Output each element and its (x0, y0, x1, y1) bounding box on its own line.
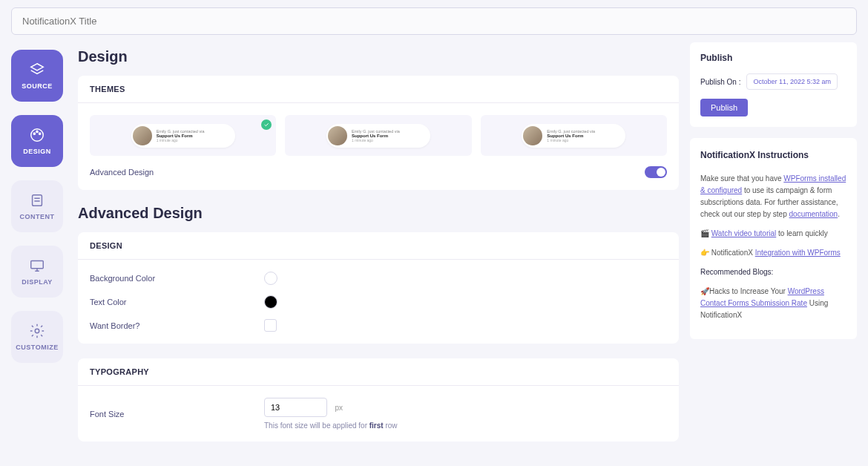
svg-point-6 (35, 329, 39, 333)
design-settings-card: DESIGN Background Color Text Color Want … (78, 232, 679, 344)
publish-button[interactable]: Publish (700, 99, 748, 116)
instructions-p5: 🚀Hacks to Increase Your WordPress Contac… (700, 286, 846, 321)
video-tutorial-link[interactable]: Watch video tutorial (711, 229, 776, 237)
font-size-unit: px (335, 404, 343, 412)
svg-point-2 (36, 131, 38, 132)
theme-option-1[interactable]: Emily G. just contacted via Support Us F… (90, 115, 276, 156)
avatar (133, 126, 152, 145)
step-design[interactable]: DESIGN (11, 115, 63, 167)
step-label: DESIGN (23, 148, 51, 155)
avatar (523, 126, 542, 145)
instructions-p1: Make sure that you have WPForms installe… (700, 173, 846, 220)
document-icon (29, 192, 45, 209)
font-size-hint: This font size will be applied for first… (264, 421, 398, 430)
publish-date-picker[interactable]: October 11, 2022 5:32 am (746, 73, 838, 90)
step-label: CUSTOMIZE (16, 344, 58, 351)
palette-icon (29, 127, 45, 143)
instructions-p2: 🎬 Watch video tutorial to learn quickly (700, 228, 846, 240)
publish-panel: Publish Publish On : October 11, 2022 5:… (690, 42, 857, 127)
theme-option-3[interactable]: Emily G. just contacted via Support Us F… (481, 115, 667, 156)
step-source[interactable]: SOURCE (11, 50, 63, 102)
bg-color-label: Background Color (90, 274, 264, 283)
wizard-steps: SOURCE DESIGN CONTENT DISPLAY CUSTOMIZE (11, 42, 63, 456)
instructions-title: NotificationX Instructions (700, 148, 846, 163)
svg-rect-5 (31, 261, 44, 269)
step-label: CONTENT (20, 213, 55, 220)
step-label: DISPLAY (22, 278, 53, 286)
selected-check-icon (261, 119, 272, 130)
step-content[interactable]: CONTENT (11, 180, 63, 232)
publish-on-label: Publish On : (700, 78, 740, 86)
instructions-panel: NotificationX Instructions Make sure tha… (690, 138, 857, 339)
theme-option-2[interactable]: Emily G. just contacted via Support Us F… (285, 115, 471, 156)
advanced-design-toggle[interactable] (645, 166, 667, 178)
typography-card: TYPOGRAPHY Font Size px This font size w… (78, 358, 679, 442)
step-display[interactable]: DISPLAY (11, 246, 63, 298)
want-border-checkbox[interactable] (264, 319, 277, 332)
bg-color-swatch[interactable] (264, 272, 277, 285)
gear-icon (29, 323, 45, 339)
documentation-link[interactable]: documentation (789, 210, 838, 218)
themes-section-title: THEMES (78, 76, 679, 103)
theme-preview: Emily G. just contacted via Support Us F… (131, 124, 235, 148)
theme-preview: Emily G. just contacted via Support Us F… (326, 124, 430, 148)
theme-preview: Emily G. just contacted via Support Us F… (522, 124, 625, 148)
step-customize[interactable]: CUSTOMIZE (11, 311, 63, 363)
text-color-label: Text Color (90, 298, 264, 306)
integration-link[interactable]: Integration with WPForms (755, 249, 841, 257)
advanced-design-label: Advanced Design (90, 168, 154, 177)
design-heading: Design (78, 48, 679, 65)
svg-point-1 (33, 133, 35, 134)
svg-point-3 (39, 133, 41, 134)
font-size-label: Font Size (90, 410, 264, 419)
typography-section-title: TYPOGRAPHY (78, 358, 679, 386)
instructions-p3: 👉 NotificationX Integration with WPForms (700, 247, 846, 259)
svg-rect-4 (33, 195, 42, 206)
text-color-swatch[interactable] (264, 295, 277, 309)
monitor-icon (29, 257, 45, 274)
avatar (328, 126, 347, 145)
want-border-label: Want Border? (90, 321, 264, 330)
advanced-design-heading: Advanced Design (78, 205, 679, 222)
design-section-title: DESIGN (78, 232, 679, 260)
notification-title-input[interactable] (11, 7, 857, 35)
font-size-input[interactable] (264, 398, 327, 417)
layers-icon (29, 62, 45, 78)
themes-card: THEMES Emily G. just contacted via Suppo… (78, 76, 679, 190)
publish-title: Publish (700, 53, 846, 63)
step-label: SOURCE (22, 82, 53, 90)
instructions-p4: Recommended Blogs: (700, 266, 846, 278)
